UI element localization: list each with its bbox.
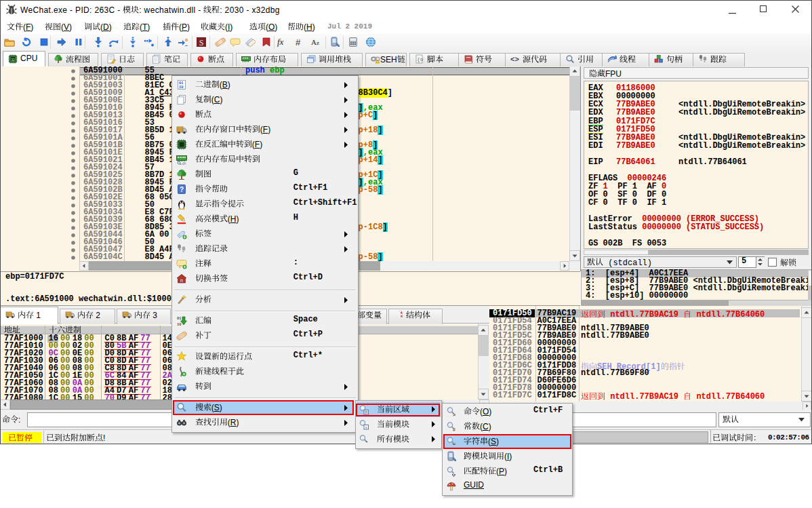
svg-text:>: > [453,412,455,417]
svg-text:“: “ [453,442,456,448]
svg-text:n: n [180,278,183,283]
svg-text:10: 10 [177,322,182,326]
svg-text:01: 01 [177,316,182,321]
svg-text:A: A [311,38,317,46]
svg-text:#: # [453,427,455,432]
svg-text:#: # [296,37,301,47]
svg-text:S: S [199,38,204,47]
svg-text:x: x [365,425,367,429]
svg-text:@: @ [182,161,186,165]
svg-text:*: * [365,439,367,445]
svg-text:fx: fx [277,37,284,47]
svg-text:{o}: {o} [417,56,424,62]
svg-text:z: z [317,39,319,46]
svg-text:<>: <> [510,55,519,63]
svg-text:10: 10 [179,85,184,90]
svg-text:?: ? [180,186,184,193]
svg-text:32: 32 [11,58,15,62]
